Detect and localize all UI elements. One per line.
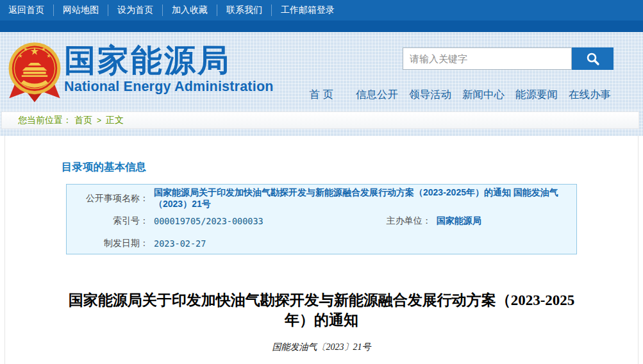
nav-info-disclosure[interactable]: 信息公开 [356, 88, 398, 102]
index-value: 000019705/2023-000033 [154, 216, 263, 226]
name-label: 公开事项名称： [67, 193, 149, 204]
nav-energy-news[interactable]: 能源要闻 [515, 88, 558, 102]
toplink-sitemap[interactable]: 网站地图 [53, 4, 108, 16]
catalog-heading: 目录项的基本信息 [5, 136, 638, 174]
search-box [403, 47, 614, 70]
site-title-en: National Energy Administration [64, 79, 274, 95]
site-title-block[interactable]: 国家能源局 National Energy Administration [64, 42, 274, 95]
breadcrumb-current[interactable]: 正文 [106, 115, 124, 126]
main-nav: 首 页 信息公开 领导活动 新闻中心 能源要闻 在线办事 [309, 88, 611, 102]
nav-home[interactable]: 首 页 [309, 88, 333, 102]
nav-online-services[interactable]: 在线办事 [569, 88, 611, 102]
date-value: 2023-02-27 [154, 238, 206, 249]
document-title: 国家能源局关于印发加快油气勘探开发与新能源融合发展行动方案（2023-2025年… [59, 290, 585, 330]
breadcrumb-prefix: 您当前位置： [18, 115, 72, 126]
date-label: 制发日期： [67, 238, 149, 249]
breadcrumb-home-link[interactable]: 首页 [74, 115, 92, 126]
national-emblem-logo[interactable] [6, 40, 63, 104]
toplink-mail-login[interactable]: 工作邮箱登录 [271, 4, 344, 16]
site-title-cn: 国家能源局 [64, 42, 274, 78]
breadcrumb: 您当前位置： 首页 > 正文 [1, 112, 639, 129]
info-row-index-org: 索引号： 000019705/2023-000033 主办单位： 国家能源局 [67, 210, 576, 232]
org-label: 主办单位： [263, 215, 431, 227]
name-value: 国家能源局关于印发加快油气勘探开发与新能源融合发展行动方案（2023-2025年… [154, 187, 576, 210]
header-divider-strip [0, 21, 643, 32]
info-row-date: 制发日期： 2023-02-27 [67, 232, 576, 254]
breadcrumb-separator: > [97, 116, 101, 125]
search-button[interactable] [572, 47, 614, 70]
org-value: 国家能源局 [437, 215, 481, 227]
index-label: 索引号： [67, 215, 149, 227]
masthead: 国家能源局 National Energy Administration 首 页… [0, 32, 643, 110]
toplink-home[interactable]: 返回首页 [8, 4, 53, 16]
nav-leadership[interactable]: 领导活动 [409, 88, 451, 102]
content-card: 目录项的基本信息 公开事项名称： 国家能源局关于印发加快油气勘探开发与新能源融合… [4, 136, 639, 364]
search-input[interactable] [403, 47, 572, 70]
breadcrumb-zone: 您当前位置： 首页 > 正文 [0, 110, 643, 136]
nav-news-center[interactable]: 新闻中心 [462, 88, 505, 102]
top-link-bar: 返回首页 网站地图 设为首页 加入收藏 联系我们 工作邮箱登录 [0, 0, 643, 21]
document-number: 国能发油气〔2023〕21号 [5, 342, 638, 353]
toplink-set-homepage[interactable]: 设为首页 [108, 4, 162, 16]
toplink-favorites[interactable]: 加入收藏 [162, 4, 217, 16]
catalog-info-box: 公开事项名称： 国家能源局关于印发加快油气勘探开发与新能源融合发展行动方案（20… [66, 184, 577, 254]
info-row-name: 公开事项名称： 国家能源局关于印发加快油气勘探开发与新能源融合发展行动方案（20… [67, 187, 576, 210]
toplink-contact[interactable]: 联系我们 [217, 4, 271, 16]
search-icon [585, 51, 601, 67]
